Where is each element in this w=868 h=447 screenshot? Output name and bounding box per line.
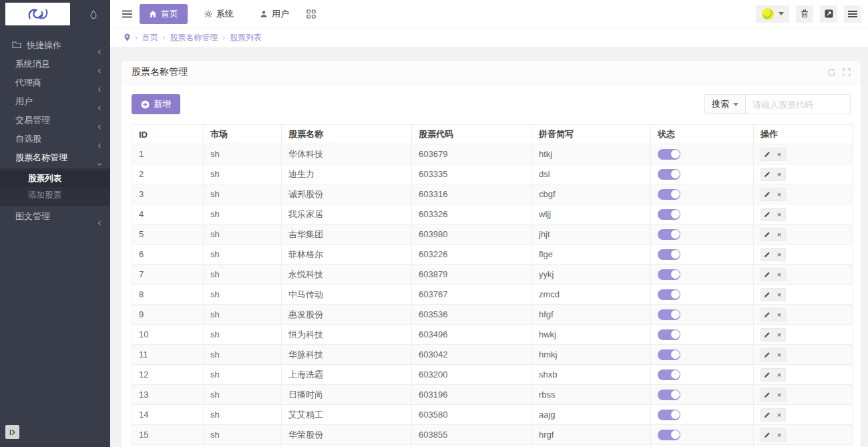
cell-name: 永悦科技 (282, 265, 412, 285)
breadcrumb-stock-name-mgmt[interactable]: 股票名称管理 (170, 32, 218, 43)
delete-button[interactable]: × (773, 368, 786, 382)
delete-button[interactable]: × (773, 228, 786, 241)
breadcrumb-home[interactable]: 首页 (142, 32, 158, 43)
export-window-button[interactable] (820, 5, 837, 23)
sidebar-item[interactable]: 系统消息 (0, 55, 110, 73)
table-body: 1sh华体科技603679htkj×2sh迪生力603335dsl×3sh诚邦股… (132, 144, 853, 447)
status-toggle[interactable] (658, 229, 680, 240)
delete-button[interactable]: × (773, 388, 786, 402)
trash-button[interactable] (796, 5, 813, 23)
delete-button[interactable]: × (773, 148, 786, 161)
status-toggle[interactable] (658, 269, 680, 280)
cell-market: sh (204, 285, 282, 305)
stock-name-management-panel: 股票名称管理 新增 搜索 (121, 60, 861, 447)
status-toggle[interactable] (658, 169, 680, 180)
sidebar-collapse-button[interactable] (5, 425, 19, 439)
sidebar-item[interactable]: 交易管理 (0, 111, 110, 130)
cell-market: sh (204, 225, 282, 245)
list-icon (848, 10, 857, 18)
table-header-row: ID市场股票名称股票代码拼音简写状态操作 (132, 125, 853, 144)
toggle-knob (671, 150, 680, 158)
add-button[interactable]: 新增 (132, 94, 180, 114)
delete-button[interactable]: × (773, 208, 786, 221)
edit-button[interactable] (761, 388, 773, 402)
status-toggle[interactable] (658, 430, 680, 440)
list-menu-button[interactable] (844, 5, 861, 23)
search-field-select[interactable]: 搜索 (704, 94, 745, 114)
refresh-button[interactable] (827, 68, 836, 77)
edit-button[interactable] (761, 168, 773, 181)
delete-button[interactable]: × (773, 348, 786, 361)
toggle-knob (671, 250, 680, 259)
cell-status (651, 325, 754, 345)
edit-button[interactable] (761, 348, 773, 361)
edit-button[interactable] (761, 308, 773, 321)
table-row: 10sh恒为科技603496hwkj× (132, 325, 853, 345)
delete-button[interactable]: × (773, 328, 786, 341)
nav-home[interactable]: 首页 (140, 4, 188, 24)
status-toggle[interactable] (658, 209, 680, 220)
toggle-knob (671, 350, 680, 359)
sidebar-subitem[interactable]: 添加股票 (0, 187, 110, 204)
sidebar-item[interactable]: 自选股 (0, 130, 110, 148)
edit-button[interactable] (761, 188, 773, 201)
delete-button[interactable]: × (773, 248, 786, 261)
edit-button[interactable] (761, 428, 773, 442)
edit-button[interactable] (761, 268, 773, 281)
sidebar-item[interactable]: 图文管理 (0, 207, 110, 226)
edit-button[interactable] (761, 248, 773, 261)
status-toggle[interactable] (658, 149, 680, 160)
sidebar-item[interactable]: 代理商 (0, 73, 110, 92)
sidebar-subitem[interactable]: 股票列表 (0, 170, 110, 187)
edit-button[interactable] (761, 368, 773, 382)
delete-button[interactable]: × (773, 428, 786, 442)
hamburger-icon[interactable] (122, 10, 132, 18)
edit-button[interactable] (761, 208, 773, 221)
delete-button[interactable]: × (773, 408, 786, 422)
edit-button[interactable] (761, 288, 773, 301)
sidebar-item[interactable]: 用户 (0, 92, 110, 111)
delete-button[interactable]: × (773, 168, 786, 181)
edit-button[interactable] (761, 328, 773, 341)
nav-system[interactable]: 系统 (195, 4, 243, 24)
table-row: 1sh华体科技603679htkj× (132, 144, 853, 164)
cell-name: 我乐家居 (282, 204, 412, 225)
nav-user[interactable]: 用户 (250, 4, 298, 24)
status-toggle[interactable] (658, 309, 680, 320)
wave-logo-icon (26, 7, 50, 21)
fullscreen-button[interactable] (843, 68, 851, 77)
status-toggle[interactable] (658, 329, 680, 340)
status-toggle[interactable] (658, 249, 680, 260)
delete-button[interactable]: × (773, 268, 786, 281)
chevron-down-icon (779, 12, 784, 15)
page-title: 股票名称管理 (132, 66, 188, 78)
status-toggle[interactable] (658, 390, 680, 400)
delete-button[interactable]: × (773, 288, 786, 301)
status-toggle[interactable] (658, 410, 680, 420)
cell-id: 9 (132, 305, 204, 325)
delete-button[interactable]: × (773, 188, 786, 201)
breadcrumb-stock-list[interactable]: 股票列表 (230, 32, 262, 43)
delete-button[interactable]: × (773, 308, 786, 321)
edit-button[interactable] (761, 148, 773, 161)
sidebar-item[interactable]: 快捷操作 (0, 36, 110, 55)
cell-status (651, 345, 754, 365)
export-icon (825, 9, 833, 18)
status-toggle[interactable] (658, 349, 680, 360)
edit-button[interactable] (761, 228, 773, 241)
toggle-knob (671, 210, 680, 218)
apps-grid-icon[interactable] (306, 9, 316, 19)
status-toggle[interactable] (658, 369, 680, 380)
search-input[interactable] (745, 94, 851, 114)
edit-button[interactable] (761, 408, 773, 422)
toggle-knob (671, 430, 680, 439)
refresh-icon (827, 68, 836, 77)
sidebar-item[interactable]: 股票名称管理 (0, 148, 110, 167)
status-toggle[interactable] (658, 289, 680, 300)
app-logo[interactable] (5, 3, 70, 25)
status-toggle[interactable] (658, 189, 680, 200)
water-drop-icon[interactable] (90, 10, 97, 19)
user-avatar-menu-button[interactable] (756, 5, 789, 23)
table-row: 13sh日播时尚603196rbss× (132, 385, 853, 405)
table-row: 15sh华荣股份603855hrgf× (132, 425, 853, 445)
